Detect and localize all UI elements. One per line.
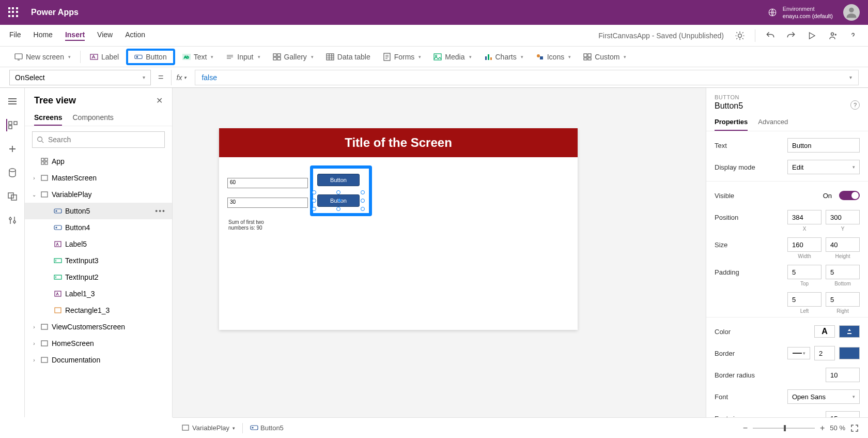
formula-expand-icon[interactable]: ▾ xyxy=(849,74,852,80)
more-options-icon[interactable]: ••• xyxy=(155,207,166,215)
prop-input-pad-right[interactable] xyxy=(826,292,860,307)
redo-icon[interactable] xyxy=(785,30,797,41)
new-screen-button[interactable]: New screen▾ xyxy=(9,50,76,64)
border-radius-input[interactable] xyxy=(826,368,860,382)
tab-screens[interactable]: Screens xyxy=(34,110,62,126)
share-icon[interactable] xyxy=(827,30,838,41)
tree-search-input[interactable] xyxy=(48,135,160,144)
media-button[interactable]: Media▾ xyxy=(428,50,476,64)
forms-button[interactable]: Forms▾ xyxy=(378,50,427,64)
data-icon[interactable] xyxy=(6,167,19,179)
screen-canvas[interactable]: Title of the Screen 60 30 Sum of first t… xyxy=(219,128,578,330)
canvas-sum-label[interactable]: Sum of first two numbers is: 90 xyxy=(228,219,280,231)
tab-advanced[interactable]: Advanced xyxy=(758,114,788,131)
menu-file[interactable]: File xyxy=(9,31,21,41)
property-selector[interactable]: OnSelect ▾ xyxy=(9,70,151,85)
canvas-textinput-1[interactable]: 60 xyxy=(227,178,308,188)
canvas-button5[interactable]: Button xyxy=(317,194,360,207)
prop-label-border: Border xyxy=(715,350,783,357)
menu-insert[interactable]: Insert xyxy=(65,31,85,41)
tree-node-label5[interactable]: Label5 xyxy=(25,236,172,252)
visible-toggle[interactable] xyxy=(839,191,860,200)
gallery-button[interactable]: Gallery▾ xyxy=(268,50,319,64)
prop-input-height[interactable] xyxy=(826,237,860,252)
menu-action[interactable]: Action xyxy=(125,31,145,41)
tab-properties[interactable]: Properties xyxy=(715,114,748,131)
tree-node-homescreen[interactable]: › HomeScreen xyxy=(25,335,172,352)
prop-input-pad-top[interactable] xyxy=(787,265,822,279)
hamburger-icon[interactable] xyxy=(6,95,19,108)
user-avatar[interactable] xyxy=(843,4,860,21)
environment-selector[interactable]: Environment enayu.com (default) xyxy=(767,5,833,20)
border-style-select[interactable]: ▾ xyxy=(787,347,810,359)
svg-point-33 xyxy=(9,218,11,220)
insert-icon[interactable] xyxy=(6,143,19,155)
zoom-in-button[interactable]: + xyxy=(820,424,825,433)
canvas-title-label[interactable]: Title of the Screen xyxy=(219,128,578,157)
tree-node-masterscreen[interactable]: › MasterScreen xyxy=(25,170,172,186)
fontsize-input[interactable] xyxy=(826,411,860,417)
prop-input-text[interactable]: Button xyxy=(787,138,860,153)
svg-rect-19 xyxy=(488,54,489,60)
zoom-slider[interactable] xyxy=(753,428,815,429)
font-color-chip[interactable]: A xyxy=(814,325,835,338)
tree-view-icon[interactable] xyxy=(6,119,19,131)
custom-button[interactable]: Custom▾ xyxy=(578,50,631,64)
tree-node-textinput3[interactable]: TextInput3 xyxy=(25,252,172,269)
label-icon xyxy=(54,240,62,248)
fill-color-chip[interactable] xyxy=(839,325,860,338)
undo-icon[interactable] xyxy=(765,30,776,41)
tree-node-textinput2[interactable]: TextInput2 xyxy=(25,269,172,285)
prop-input-displaymode[interactable]: Edit▾ xyxy=(787,160,860,174)
icons-button[interactable]: Icons▾ xyxy=(531,50,576,64)
canvas-button4[interactable]: Button xyxy=(317,174,360,186)
canvas-area[interactable]: Title of the Screen 60 30 Sum of first t… xyxy=(173,88,706,417)
zoom-out-button[interactable]: − xyxy=(743,424,748,433)
canvas-textinput-2[interactable]: 30 xyxy=(227,198,308,208)
close-icon[interactable]: ✕ xyxy=(156,96,163,105)
label-button[interactable]: Label xyxy=(85,50,124,64)
media-rail-icon[interactable] xyxy=(6,190,19,203)
tab-components[interactable]: Components xyxy=(72,110,113,126)
tree-node-app[interactable]: App xyxy=(25,153,172,170)
tree-search[interactable] xyxy=(32,131,165,148)
tree-node-viewcustomers[interactable]: › ViewCustomersScreen xyxy=(25,319,172,335)
tree-node-label1-3[interactable]: Label1_3 xyxy=(25,285,172,302)
text-button[interactable]: Ab Text▾ xyxy=(177,50,219,64)
tree-node-variableplay[interactable]: ⌄ VariablePlay xyxy=(25,186,172,203)
app-checker-icon[interactable] xyxy=(734,30,746,41)
fit-screen-icon[interactable] xyxy=(850,424,859,432)
breadcrumb-control[interactable]: Button5 xyxy=(250,424,284,432)
help-icon[interactable]: ? xyxy=(850,100,860,110)
svg-rect-18 xyxy=(485,56,487,60)
border-width-input[interactable] xyxy=(814,346,835,360)
tree-node-button4[interactable]: Button4 xyxy=(25,219,172,236)
prop-input-pad-bottom[interactable] xyxy=(826,265,860,279)
border-color-chip[interactable] xyxy=(839,347,860,359)
prop-input-pad-left[interactable] xyxy=(787,292,822,307)
tree-node-rectangle1-3[interactable]: Rectangle1_3 xyxy=(25,302,172,319)
tree-node-documentation[interactable]: › Documentation xyxy=(25,352,172,368)
menu-home[interactable]: Home xyxy=(34,31,53,41)
tree-view-title: Tree view xyxy=(34,95,76,106)
svg-rect-28 xyxy=(14,122,17,125)
prop-input-y[interactable] xyxy=(826,210,860,224)
input-button[interactable]: Input▾ xyxy=(221,50,265,64)
formula-input[interactable]: false ▾ xyxy=(195,70,859,85)
advanced-tools-icon[interactable] xyxy=(6,214,19,226)
breadcrumb-screen[interactable]: VariablePlay ▾ xyxy=(182,424,235,432)
font-select[interactable]: Open Sans▾ xyxy=(787,389,860,404)
help-icon[interactable] xyxy=(847,30,859,41)
tree-node-button5[interactable]: Button5 ••• xyxy=(25,203,172,219)
prop-input-width[interactable] xyxy=(787,237,822,252)
data-table-button[interactable]: Data table xyxy=(321,50,376,64)
environment-value: enayu.com (default) xyxy=(783,12,833,20)
svg-rect-24 xyxy=(588,54,591,57)
menu-view[interactable]: View xyxy=(97,31,113,41)
app-launcher-icon[interactable] xyxy=(8,7,19,18)
button-insert-button[interactable]: Button xyxy=(126,49,175,65)
fx-button[interactable]: fx▾ xyxy=(171,70,192,85)
prop-input-x[interactable] xyxy=(787,210,822,224)
charts-button[interactable]: Charts▾ xyxy=(479,50,529,64)
play-icon[interactable] xyxy=(806,30,817,41)
